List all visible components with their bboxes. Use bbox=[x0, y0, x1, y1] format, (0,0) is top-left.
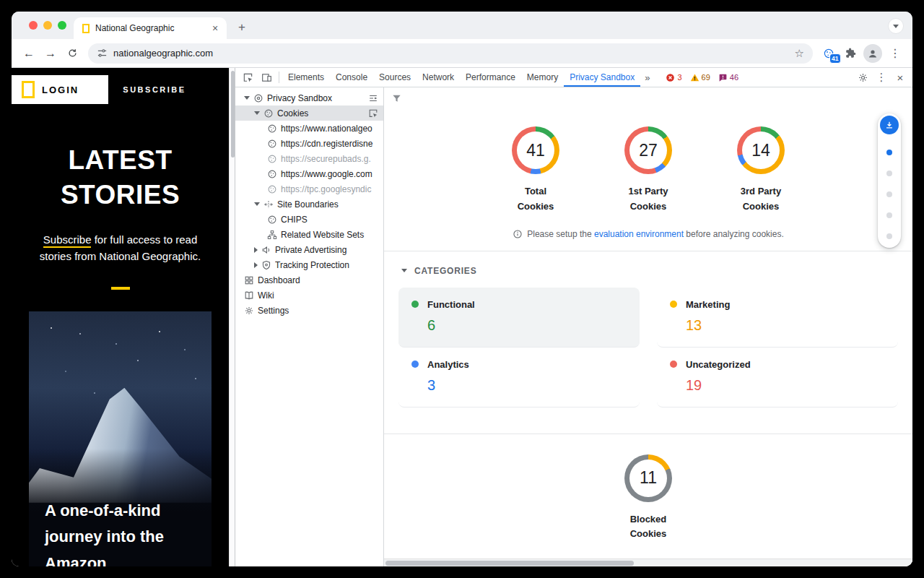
tab-elements[interactable]: Elements bbox=[282, 68, 330, 87]
caret-down-icon bbox=[254, 111, 260, 115]
filter-icon[interactable] bbox=[391, 93, 402, 104]
warnings-badge[interactable]: 69 bbox=[690, 73, 710, 82]
devtools-panel: Elements Console Sources Network Perform… bbox=[235, 68, 912, 566]
forward-button[interactable]: → bbox=[40, 43, 61, 64]
first-party-cookies-donut: 27 bbox=[624, 126, 672, 174]
browser-menu-button[interactable]: ⋮ bbox=[885, 43, 905, 64]
devtools-close-button[interactable]: × bbox=[891, 72, 910, 84]
extensions-button[interactable] bbox=[840, 43, 860, 64]
issues-badge[interactable]: 46 bbox=[718, 73, 738, 82]
uncategorized-dot-icon bbox=[670, 361, 677, 368]
tree-item-url[interactable]: https://cdn.registerdisne bbox=[235, 136, 383, 151]
tree-item-url[interactable]: https://securepubads.g. bbox=[235, 151, 383, 166]
inspect-element-button[interactable] bbox=[238, 68, 257, 87]
category-analytics[interactable]: Analytics 3 bbox=[398, 348, 640, 407]
collapse-panel-icon[interactable] bbox=[368, 93, 378, 103]
tree-item-url[interactable]: https://www.nationalgeo bbox=[235, 121, 383, 136]
site-settings-icon[interactable] bbox=[97, 48, 108, 59]
tree-item-private-advertising[interactable]: Private Advertising bbox=[235, 242, 383, 257]
devtools-menu-button[interactable]: ⋮ bbox=[872, 71, 891, 84]
download-report-button[interactable] bbox=[880, 116, 899, 134]
tree-item-dashboard[interactable]: Dashboard bbox=[235, 272, 383, 288]
tree-item-related-website-sets[interactable]: Related Website Sets bbox=[235, 227, 383, 242]
tab-close-button[interactable]: × bbox=[209, 22, 221, 34]
scrollbar-thumb[interactable] bbox=[385, 561, 634, 566]
category-uncategorized[interactable]: Uncategorized 19 bbox=[657, 348, 898, 407]
device-toolbar-button[interactable] bbox=[257, 68, 276, 87]
more-tabs-button[interactable]: » bbox=[640, 68, 654, 87]
section-nav-dot[interactable] bbox=[886, 233, 892, 239]
tab-memory[interactable]: Memory bbox=[521, 68, 564, 87]
zoom-window-button[interactable] bbox=[58, 21, 66, 30]
tree-item-site-boundaries[interactable]: Site Boundaries bbox=[235, 197, 383, 212]
promo-text: Subscribe for full access to read storie… bbox=[29, 231, 212, 265]
tab-network[interactable]: Network bbox=[417, 68, 460, 87]
first-party-cookies-label: 1st Party Cookies bbox=[621, 184, 676, 215]
horizontal-scrollbar[interactable] bbox=[384, 558, 912, 566]
site-header: LOGIN SUBSCRIBE bbox=[12, 75, 229, 104]
book-icon bbox=[244, 290, 254, 301]
cookie-icon bbox=[267, 215, 277, 225]
page-scrollbar[interactable] bbox=[229, 68, 235, 566]
info-icon bbox=[513, 229, 523, 239]
tree-item-wiki[interactable]: Wiki bbox=[235, 288, 383, 303]
url-bar[interactable]: nationalgeographic.com ☆ bbox=[88, 43, 813, 64]
tab-console[interactable]: Console bbox=[330, 68, 373, 87]
bookmark-star-icon[interactable]: ☆ bbox=[795, 47, 804, 60]
tree-item-privacy-sandbox[interactable]: Privacy Sandbox bbox=[235, 90, 383, 105]
section-nav-dot[interactable] bbox=[886, 171, 892, 176]
browser-toolbar: ← → nationalgeographic.com ☆ 41 ⋮ bbox=[12, 39, 912, 68]
login-button[interactable]: LOGIN bbox=[42, 85, 79, 95]
new-tab-button[interactable]: + bbox=[232, 18, 251, 37]
subscribe-button[interactable]: SUBSCRIBE bbox=[108, 75, 201, 104]
category-functional[interactable]: Functional 6 bbox=[398, 288, 640, 348]
reload-button[interactable] bbox=[62, 43, 82, 64]
tree-item-settings[interactable]: Settings bbox=[235, 303, 383, 318]
devtools-settings-button[interactable] bbox=[853, 72, 872, 83]
section-nav-dot[interactable] bbox=[886, 150, 892, 155]
tab-overview-button[interactable] bbox=[888, 18, 904, 34]
story-photo[interactable]: A one-of-a-kind journey into the Amazon bbox=[29, 311, 212, 566]
device-toolbar-icon bbox=[261, 72, 272, 83]
section-nav-dot[interactable] bbox=[886, 191, 892, 197]
close-window-button[interactable] bbox=[29, 21, 38, 30]
story-title[interactable]: A one-of-a-kind journey into the Amazon bbox=[45, 498, 207, 566]
tree-item-cookies[interactable]: Cookies bbox=[235, 105, 383, 121]
back-button[interactable]: ← bbox=[19, 43, 39, 64]
site-boundaries-icon bbox=[263, 199, 274, 210]
category-marketing[interactable]: Marketing 13 bbox=[657, 288, 898, 348]
tab-sources[interactable]: Sources bbox=[373, 68, 417, 87]
inspect-icon[interactable] bbox=[368, 108, 378, 118]
inspect-icon bbox=[243, 72, 253, 83]
tree-item-tracking-protection[interactable]: Tracking Protection bbox=[235, 257, 383, 272]
download-icon bbox=[884, 120, 894, 130]
scrollbar-thumb[interactable] bbox=[231, 71, 235, 158]
minimize-window-button[interactable] bbox=[43, 21, 52, 30]
tab-performance[interactable]: Performance bbox=[460, 68, 521, 87]
tab-privacy-sandbox[interactable]: Privacy Sandbox bbox=[564, 68, 640, 87]
tree-item-chips[interactable]: CHIPS bbox=[235, 212, 383, 227]
subscribe-link[interactable]: Subscribe bbox=[43, 233, 92, 248]
natgeo-logo[interactable] bbox=[22, 81, 35, 98]
evaluation-environment-link[interactable]: evaluation environment bbox=[594, 229, 684, 239]
url-text: nationalgeographic.com bbox=[113, 48, 789, 59]
cookie-extension-button[interactable]: 41 bbox=[819, 43, 839, 64]
stars-decoration bbox=[51, 327, 52, 329]
categories-section: CATEGORIES Functional 6 Marketing 13 bbox=[384, 251, 912, 434]
devtools-tabs: Elements Console Sources Network Perform… bbox=[282, 68, 654, 87]
tab-title: National Geographic bbox=[95, 23, 204, 33]
sitemap-icon bbox=[267, 230, 277, 240]
tree-item-url[interactable]: https://www.google.com bbox=[235, 166, 383, 181]
errors-badge[interactable]: 3 bbox=[666, 73, 681, 82]
categories-header[interactable]: CATEGORIES bbox=[398, 260, 898, 288]
caret-right-icon bbox=[254, 247, 258, 253]
tab-strip: National Geographic × + bbox=[12, 12, 912, 39]
third-party-cookies-label: 3rd Party Cookies bbox=[733, 184, 788, 215]
browser-tab[interactable]: National Geographic × bbox=[74, 17, 227, 39]
dashboard-grid-icon bbox=[244, 275, 254, 285]
section-nav-dot[interactable] bbox=[886, 212, 892, 218]
caret-down-icon bbox=[254, 202, 260, 206]
issue-icon bbox=[718, 73, 728, 82]
tree-item-url[interactable]: https://tpc.googlesyndic bbox=[235, 181, 383, 197]
profile-avatar[interactable] bbox=[863, 44, 882, 63]
